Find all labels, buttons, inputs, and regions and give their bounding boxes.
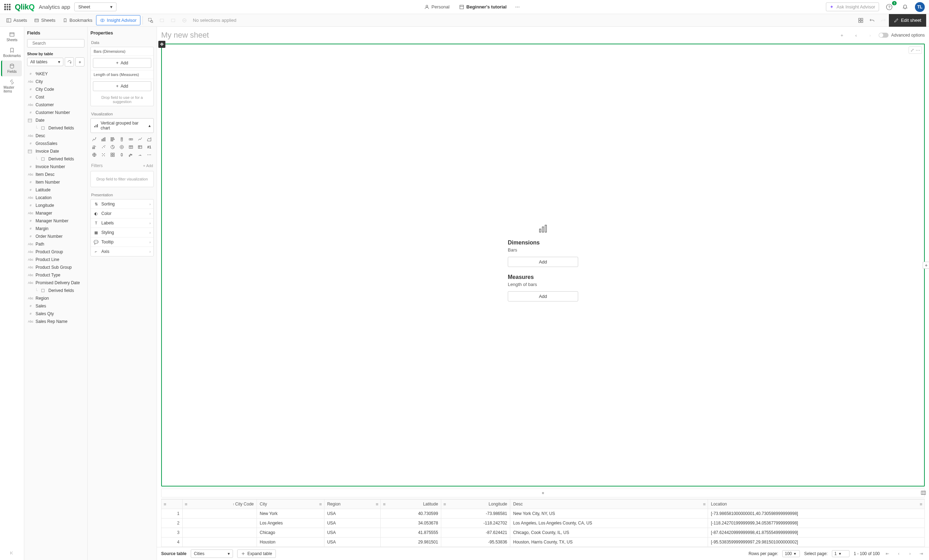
column-menu-icon[interactable]: ≡ — [920, 502, 922, 507]
advanced-options-toggle[interactable] — [879, 33, 889, 38]
presentation-sorting[interactable]: ⇅Sorting› — [91, 199, 153, 209]
help-button[interactable]: ? 3 — [883, 3, 895, 12]
viz-hbar-icon[interactable] — [109, 136, 117, 143]
assets-button[interactable]: Assets — [3, 15, 31, 25]
source-table-select[interactable]: Cities ▾ — [191, 549, 233, 558]
prev-page-button[interactable]: ‹ — [895, 550, 902, 557]
next-page-button[interactable]: › — [906, 550, 914, 557]
viz-gauge-icon[interactable] — [136, 151, 144, 158]
viz-waterfall-icon[interactable] — [127, 151, 135, 158]
table-row[interactable]: 1New YorkUSA40.730599-73.986581New York … — [161, 509, 925, 519]
add-filter-button[interactable]: + Add — [143, 164, 153, 168]
field-item[interactable]: AbcProduct Group — [24, 248, 87, 256]
viz-distribution-icon[interactable] — [109, 151, 117, 158]
field-item[interactable]: AbcProduct Type — [24, 271, 87, 279]
visualization-container[interactable]: ✥ ⤢ ⋯ Dimensions Bars Add Measures — [161, 44, 925, 487]
refresh-fields-button[interactable] — [65, 57, 74, 66]
viz-hstacked-icon[interactable] — [127, 136, 135, 143]
field-item[interactable]: #Cost — [24, 93, 87, 101]
field-item[interactable]: #Latitude — [24, 186, 87, 194]
viz-type-selector[interactable]: Vertical grouped bar chart ▴ — [90, 118, 154, 133]
column-menu-icon[interactable]: ≡ — [164, 502, 166, 507]
column-menu-icon[interactable]: ≡ — [703, 502, 706, 507]
app-launcher-icon[interactable] — [4, 4, 11, 10]
presentation-color[interactable]: ◐Color› — [91, 209, 153, 219]
viz-treemap-icon[interactable] — [100, 151, 107, 158]
viz-table-icon[interactable] — [127, 144, 135, 151]
sheets-button[interactable]: Sheets — [31, 15, 59, 25]
field-item[interactable]: └Derived fields — [24, 155, 87, 163]
viz-scatter-icon[interactable] — [100, 144, 107, 151]
last-page-button[interactable]: ⇥ — [918, 550, 925, 557]
add-below-strip[interactable]: + — [161, 489, 925, 497]
table-layout-button[interactable] — [921, 490, 926, 496]
field-item[interactable]: #GrossSales — [24, 140, 87, 147]
bookmarks-button[interactable]: Bookmarks — [59, 15, 96, 25]
column-menu-icon[interactable]: ≡ — [443, 502, 446, 507]
viz-more-icon[interactable]: ⋯ — [916, 47, 920, 53]
column-header[interactable]: ≡Desc — [510, 499, 708, 509]
add-measure-canvas-button[interactable]: Add — [508, 291, 578, 301]
expand-viz-icon[interactable]: ⤢ — [911, 47, 914, 53]
fields-search[interactable] — [27, 39, 84, 47]
field-item[interactable]: └Derived fields — [24, 287, 87, 294]
add-measure-button[interactable]: + Add — [93, 81, 151, 91]
table-row[interactable]: 2Los AngelesUSA34.053678-118.242702Los A… — [161, 519, 925, 528]
field-item[interactable]: AbcSales Rep Name — [24, 318, 87, 325]
viz-boxplot-icon[interactable] — [118, 151, 126, 158]
field-item[interactable]: AbcLocation — [24, 194, 87, 202]
more-menu-button[interactable]: ⋯ — [514, 3, 521, 11]
prev-sheet-button[interactable]: ‹ — [851, 29, 862, 41]
field-item[interactable]: Date — [24, 116, 87, 124]
fields-search-input[interactable] — [32, 41, 85, 46]
add-object-button[interactable]: + — [837, 29, 848, 41]
field-item[interactable]: AbcDesc — [24, 132, 87, 140]
grid-view-button[interactable] — [855, 15, 866, 26]
column-header[interactable]: ≡Longitude — [441, 499, 510, 509]
column-menu-icon[interactable]: ≡ — [376, 502, 379, 507]
field-item[interactable]: AbcRegion — [24, 294, 87, 302]
column-menu-icon[interactable]: ≡ — [383, 502, 386, 507]
field-item[interactable]: AbcItem Desc — [24, 171, 87, 178]
column-header[interactable]: ≡Latitude — [381, 499, 441, 509]
first-page-button[interactable]: ⇤ — [884, 550, 891, 557]
undo-button[interactable] — [866, 15, 878, 26]
viz-area-icon[interactable] — [145, 136, 153, 143]
column-header[interactable]: ≡↑City Code — [182, 499, 257, 509]
add-right-button[interactable]: + — [923, 262, 929, 269]
field-item[interactable]: Invoice Date — [24, 147, 87, 155]
field-item[interactable]: #Order Number — [24, 233, 87, 240]
field-item[interactable]: #Sales — [24, 302, 87, 310]
field-item[interactable]: AbcPromised Delivery Date — [24, 279, 87, 287]
add-dimension-canvas-button[interactable]: Add — [508, 257, 578, 267]
sheet-dropdown[interactable]: Sheet ▾ — [74, 3, 117, 11]
add-dimension-button[interactable]: + Add — [93, 58, 151, 68]
field-item[interactable]: AbcManager — [24, 209, 87, 217]
insight-advisor-button[interactable]: Insight Advisor — [96, 15, 141, 25]
insight-advisor-search[interactable]: ✦ Ask Insight Advisor — [826, 3, 879, 11]
sheet-title[interactable]: My new sheet — [161, 31, 209, 40]
column-header[interactable]: ≡Region — [324, 499, 381, 509]
add-field-button[interactable]: + — [75, 57, 84, 66]
field-item[interactable]: └Derived fields — [24, 124, 87, 132]
field-item[interactable]: #Item Number — [24, 178, 87, 186]
presentation-tooltip[interactable]: 💬Tooltip› — [91, 237, 153, 247]
tutorial-button[interactable]: Beginner's tutorial — [457, 3, 509, 11]
move-handle-icon[interactable]: ✥ — [158, 41, 166, 48]
field-item[interactable]: #City Code — [24, 86, 87, 93]
column-header[interactable]: ≡Location — [708, 499, 925, 509]
column-header[interactable]: ≡City — [257, 499, 325, 509]
viz-more-icon[interactable]: ⋯ — [145, 151, 153, 158]
field-item[interactable]: AbcProduct Line — [24, 256, 87, 263]
viz-pie-icon[interactable] — [109, 144, 117, 151]
field-item[interactable]: #Invoice Number — [24, 163, 87, 171]
field-item[interactable]: #%KEY — [24, 70, 87, 78]
avatar[interactable]: TL — [915, 2, 925, 12]
select-page-select[interactable]: 1 ▾ — [832, 550, 849, 557]
field-item[interactable]: AbcCity — [24, 78, 87, 86]
table-selector[interactable]: All tables ▾ — [27, 58, 63, 66]
viz-map-icon[interactable] — [90, 151, 98, 158]
expand-table-button[interactable]: Expand table — [237, 549, 276, 558]
personal-button[interactable]: Personal — [422, 3, 452, 11]
field-item[interactable]: AbcProduct Sub Group — [24, 263, 87, 271]
